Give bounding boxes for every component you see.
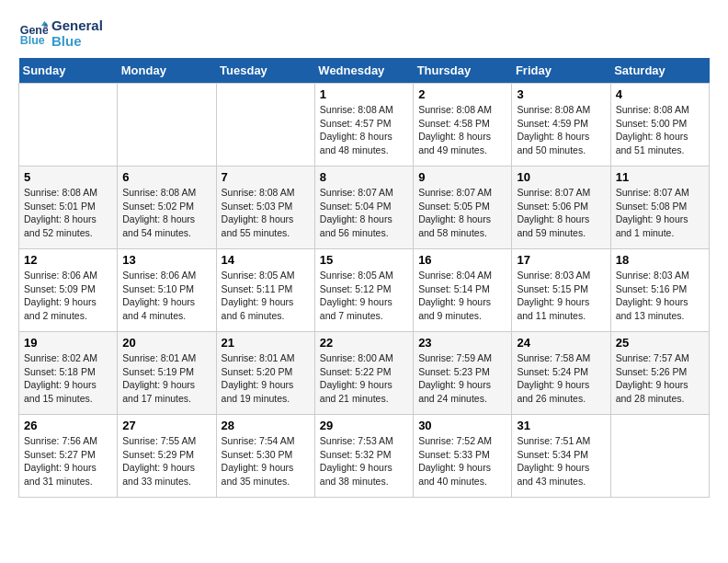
day-info: Sunrise: 8:04 AM Sunset: 5:14 PM Dayligh… — [418, 269, 506, 323]
calendar-cell: 27Sunrise: 7:55 AM Sunset: 5:29 PM Dayli… — [118, 415, 216, 498]
calendar-cell: 29Sunrise: 7:53 AM Sunset: 5:32 PM Dayli… — [314, 415, 413, 498]
day-number: 24 — [517, 336, 605, 350]
calendar-week-row: 1Sunrise: 8:08 AM Sunset: 4:57 PM Daylig… — [19, 84, 710, 167]
calendar-cell: 17Sunrise: 8:03 AM Sunset: 5:15 PM Dayli… — [512, 249, 610, 332]
day-number: 28 — [222, 419, 310, 432]
calendar-cell: 22Sunrise: 8:00 AM Sunset: 5:22 PM Dayli… — [314, 332, 413, 415]
calendar-cell: 24Sunrise: 7:58 AM Sunset: 5:24 PM Dayli… — [512, 332, 610, 415]
calendar-header-row: SundayMondayTuesdayWednesdayThursdayFrid… — [19, 58, 710, 84]
calendar-week-row: 19Sunrise: 8:02 AM Sunset: 5:18 PM Dayli… — [19, 332, 710, 415]
calendar-header-wednesday: Wednesday — [314, 58, 413, 84]
calendar-cell: 6Sunrise: 8:08 AM Sunset: 5:02 PM Daylig… — [118, 167, 216, 249]
calendar-header-monday: Monday — [118, 58, 216, 84]
day-info: Sunrise: 8:05 AM Sunset: 5:12 PM Dayligh… — [320, 269, 408, 323]
day-info: Sunrise: 8:08 AM Sunset: 4:58 PM Dayligh… — [418, 103, 506, 157]
day-info: Sunrise: 8:08 AM Sunset: 5:02 PM Dayligh… — [122, 186, 210, 240]
calendar-cell: 18Sunrise: 8:03 AM Sunset: 5:16 PM Dayli… — [610, 249, 709, 332]
day-info: Sunrise: 7:58 AM Sunset: 5:24 PM Dayligh… — [517, 351, 605, 406]
day-info: Sunrise: 8:01 AM Sunset: 5:19 PM Dayligh… — [122, 351, 210, 406]
calendar-cell — [118, 84, 216, 167]
logo-blue: Blue — [51, 34, 103, 50]
day-info: Sunrise: 8:03 AM Sunset: 5:15 PM Dayligh… — [517, 269, 605, 323]
day-number: 15 — [320, 253, 408, 267]
day-info: Sunrise: 8:05 AM Sunset: 5:11 PM Dayligh… — [222, 269, 310, 323]
day-number: 27 — [122, 419, 210, 432]
svg-text:Blue: Blue — [20, 33, 45, 46]
day-number: 1 — [320, 87, 408, 101]
page-header: General Blue General Blue — [18, 18, 710, 49]
calendar-cell: 7Sunrise: 8:08 AM Sunset: 5:03 PM Daylig… — [216, 167, 314, 249]
calendar-cell: 21Sunrise: 8:01 AM Sunset: 5:20 PM Dayli… — [216, 332, 314, 415]
day-number: 11 — [616, 170, 704, 184]
calendar-header-tuesday: Tuesday — [216, 58, 314, 84]
day-number: 17 — [517, 253, 605, 267]
day-number: 31 — [517, 419, 605, 432]
day-info: Sunrise: 7:54 AM Sunset: 5:30 PM Dayligh… — [222, 434, 310, 488]
day-number: 30 — [418, 419, 506, 432]
day-number: 14 — [222, 253, 310, 267]
day-info: Sunrise: 8:08 AM Sunset: 5:03 PM Dayligh… — [222, 186, 310, 240]
calendar-cell: 25Sunrise: 7:57 AM Sunset: 5:26 PM Dayli… — [610, 332, 709, 415]
calendar-cell: 9Sunrise: 8:07 AM Sunset: 5:05 PM Daylig… — [414, 167, 512, 249]
calendar-cell: 4Sunrise: 8:08 AM Sunset: 5:00 PM Daylig… — [610, 84, 709, 167]
day-number: 5 — [24, 170, 112, 184]
day-info: Sunrise: 8:03 AM Sunset: 5:16 PM Dayligh… — [616, 269, 704, 323]
calendar-cell — [19, 84, 118, 167]
day-info: Sunrise: 8:01 AM Sunset: 5:20 PM Dayligh… — [222, 351, 310, 406]
calendar-header-thursday: Thursday — [414, 58, 512, 84]
day-info: Sunrise: 7:59 AM Sunset: 5:23 PM Dayligh… — [418, 351, 506, 406]
day-number: 12 — [24, 253, 112, 267]
logo: General Blue General Blue — [18, 18, 103, 49]
day-info: Sunrise: 8:06 AM Sunset: 5:10 PM Dayligh… — [122, 269, 210, 323]
calendar-cell: 1Sunrise: 8:08 AM Sunset: 4:57 PM Daylig… — [314, 84, 413, 167]
day-number: 8 — [320, 170, 408, 184]
day-info: Sunrise: 7:55 AM Sunset: 5:29 PM Dayligh… — [122, 434, 210, 488]
calendar-header-friday: Friday — [512, 58, 610, 84]
calendar-cell: 2Sunrise: 8:08 AM Sunset: 4:58 PM Daylig… — [414, 84, 512, 167]
calendar-cell — [216, 84, 314, 167]
calendar-cell: 26Sunrise: 7:56 AM Sunset: 5:27 PM Dayli… — [19, 415, 118, 498]
day-number: 20 — [122, 336, 210, 350]
day-number: 19 — [24, 336, 112, 350]
day-info: Sunrise: 8:00 AM Sunset: 5:22 PM Dayligh… — [320, 351, 408, 406]
day-number: 10 — [517, 170, 605, 184]
calendar-cell: 30Sunrise: 7:52 AM Sunset: 5:33 PM Dayli… — [414, 415, 512, 498]
calendar-table: SundayMondayTuesdayWednesdayThursdayFrid… — [18, 58, 710, 498]
calendar-cell: 31Sunrise: 7:51 AM Sunset: 5:34 PM Dayli… — [512, 415, 610, 498]
calendar-cell: 14Sunrise: 8:05 AM Sunset: 5:11 PM Dayli… — [216, 249, 314, 332]
day-info: Sunrise: 8:02 AM Sunset: 5:18 PM Dayligh… — [24, 351, 112, 406]
day-number: 26 — [24, 419, 112, 432]
calendar-cell: 13Sunrise: 8:06 AM Sunset: 5:10 PM Dayli… — [118, 249, 216, 332]
day-info: Sunrise: 8:08 AM Sunset: 5:00 PM Dayligh… — [616, 103, 704, 157]
day-number: 16 — [418, 253, 506, 267]
calendar-cell: 11Sunrise: 8:07 AM Sunset: 5:08 PM Dayli… — [610, 167, 709, 249]
calendar-cell: 12Sunrise: 8:06 AM Sunset: 5:09 PM Dayli… — [19, 249, 118, 332]
day-info: Sunrise: 8:07 AM Sunset: 5:05 PM Dayligh… — [418, 186, 506, 240]
logo-icon: General Blue — [18, 19, 48, 49]
day-info: Sunrise: 7:56 AM Sunset: 5:27 PM Dayligh… — [24, 434, 112, 488]
day-info: Sunrise: 8:06 AM Sunset: 5:09 PM Dayligh… — [24, 269, 112, 323]
calendar-week-row: 26Sunrise: 7:56 AM Sunset: 5:27 PM Dayli… — [19, 415, 710, 498]
day-number: 25 — [616, 336, 704, 350]
day-info: Sunrise: 7:51 AM Sunset: 5:34 PM Dayligh… — [517, 434, 605, 488]
day-number: 7 — [222, 170, 310, 184]
day-info: Sunrise: 8:08 AM Sunset: 4:57 PM Dayligh… — [320, 103, 408, 157]
day-info: Sunrise: 7:53 AM Sunset: 5:32 PM Dayligh… — [320, 434, 408, 488]
day-info: Sunrise: 8:07 AM Sunset: 5:06 PM Dayligh… — [517, 186, 605, 240]
day-info: Sunrise: 7:57 AM Sunset: 5:26 PM Dayligh… — [616, 351, 704, 406]
day-number: 2 — [418, 87, 506, 101]
calendar-week-row: 12Sunrise: 8:06 AM Sunset: 5:09 PM Dayli… — [19, 249, 710, 332]
calendar-cell: 3Sunrise: 8:08 AM Sunset: 4:59 PM Daylig… — [512, 84, 610, 167]
calendar-cell: 19Sunrise: 8:02 AM Sunset: 5:18 PM Dayli… — [19, 332, 118, 415]
day-info: Sunrise: 8:08 AM Sunset: 4:59 PM Dayligh… — [517, 103, 605, 157]
day-number: 9 — [418, 170, 506, 184]
day-number: 29 — [320, 419, 408, 432]
day-number: 22 — [320, 336, 408, 350]
calendar-cell: 28Sunrise: 7:54 AM Sunset: 5:30 PM Dayli… — [216, 415, 314, 498]
day-number: 21 — [222, 336, 310, 350]
calendar-header-sunday: Sunday — [19, 58, 118, 84]
calendar-cell: 23Sunrise: 7:59 AM Sunset: 5:23 PM Dayli… — [414, 332, 512, 415]
calendar-cell: 5Sunrise: 8:08 AM Sunset: 5:01 PM Daylig… — [19, 167, 118, 249]
day-number: 13 — [122, 253, 210, 267]
day-number: 23 — [418, 336, 506, 350]
